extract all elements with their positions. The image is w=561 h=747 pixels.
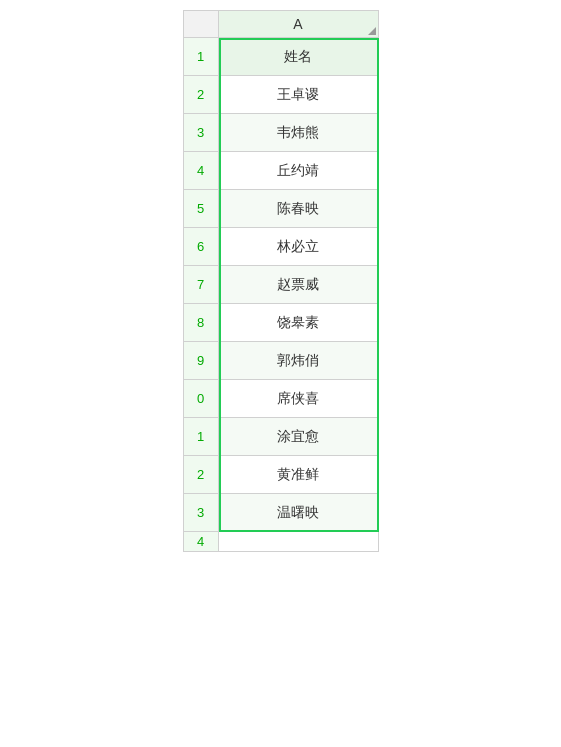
row-num-8: 8 [183, 304, 219, 342]
data-rows-container: 1 姓名 2 王卓谡 3 韦炜熊 [183, 38, 379, 532]
row-num-6: 6 [183, 228, 219, 266]
cell-a5[interactable]: 陈春映 [219, 190, 379, 228]
table-row: 3 韦炜熊 [183, 114, 379, 152]
cell-a6[interactable]: 林必立 [219, 228, 379, 266]
corner-cell [183, 10, 219, 38]
table-row: 0 席侠喜 [183, 380, 379, 418]
cell-a2[interactable]: 王卓谡 [219, 76, 379, 114]
table-row: 5 陈春映 [183, 190, 379, 228]
row-num-9: 9 [183, 342, 219, 380]
column-a-header[interactable]: A [219, 10, 379, 38]
row-num-1: 1 [183, 38, 219, 76]
cell-a11[interactable]: 涂宜愈 [219, 418, 379, 456]
table-row: 6 林必立 [183, 228, 379, 266]
table-row: 4 丘约靖 [183, 152, 379, 190]
cell-a13[interactable]: 温曙映 [219, 494, 379, 532]
cell-a7[interactable]: 赵票威 [219, 266, 379, 304]
table-row: 2 王卓谡 [183, 76, 379, 114]
row-num-5: 5 [183, 190, 219, 228]
table-row: 7 赵票威 [183, 266, 379, 304]
cell-a3[interactable]: 韦炜熊 [219, 114, 379, 152]
row-num-12: 2 [183, 456, 219, 494]
cell-bottom[interactable] [219, 532, 379, 552]
table-row: 1 姓名 [183, 38, 379, 76]
row-num-10: 0 [183, 380, 219, 418]
row-num-4: 4 [183, 152, 219, 190]
bottom-row: 4 [183, 532, 379, 552]
cell-a10[interactable]: 席侠喜 [219, 380, 379, 418]
cell-a4[interactable]: 丘约靖 [219, 152, 379, 190]
row-num-7: 7 [183, 266, 219, 304]
table-row: 8 饶皋素 [183, 304, 379, 342]
table-row: 1 涂宜愈 [183, 418, 379, 456]
spreadsheet: A 1 姓名 2 王卓谡 [183, 10, 379, 552]
header-row: A [183, 10, 379, 38]
row-num-2: 2 [183, 76, 219, 114]
row-num-bottom: 4 [183, 532, 219, 552]
table-row: 2 黄准鲜 [183, 456, 379, 494]
row-num-3: 3 [183, 114, 219, 152]
table-row: 3 温曙映 [183, 494, 379, 532]
table-row: 9 郭炜俏 [183, 342, 379, 380]
column-a-label: A [293, 16, 302, 32]
cell-a12[interactable]: 黄准鲜 [219, 456, 379, 494]
cell-a1[interactable]: 姓名 [219, 38, 379, 76]
cell-a8[interactable]: 饶皋素 [219, 304, 379, 342]
row-num-13: 3 [183, 494, 219, 532]
cell-a9[interactable]: 郭炜俏 [219, 342, 379, 380]
row-num-11: 1 [183, 418, 219, 456]
